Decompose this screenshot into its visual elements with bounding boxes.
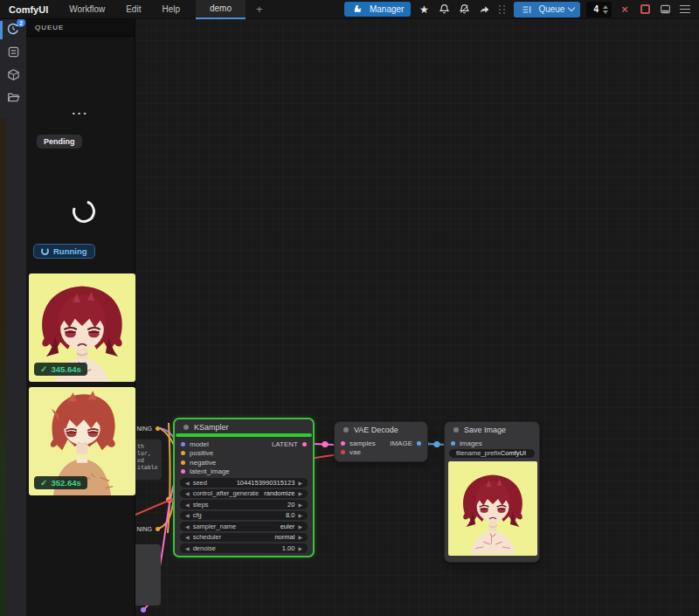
comfyui-app: ComfyUI Workflow Edit Help demo + Manage… <box>0 0 699 616</box>
increment-icon[interactable]: ▶ <box>298 512 302 518</box>
node-save-image[interactable]: Save Image images filename_prefix ComfyU… <box>444 421 540 563</box>
stop-icon[interactable] <box>638 3 652 17</box>
input-slot-latent-image[interactable]: latent_image <box>175 467 313 477</box>
menu-edit[interactable]: Edit <box>115 4 151 14</box>
sidebar-item-node-library[interactable] <box>0 42 26 65</box>
node-header[interactable]: KSampler <box>175 419 313 433</box>
increment-icon[interactable]: ▶ <box>298 502 302 508</box>
queue-panel: QUEUE ··· Pending Running <box>26 19 135 616</box>
input-slot-vae[interactable]: vae <box>335 448 427 458</box>
widget-seed[interactable]: ◀ seed 1044153990315123 ▶ <box>180 478 308 488</box>
images-slot-dot[interactable] <box>451 441 455 446</box>
increment-icon[interactable]: ▶ <box>298 480 302 486</box>
output-slot-latent[interactable]: LATENT <box>272 440 307 449</box>
decrement-icon[interactable]: ◀ <box>185 523 190 529</box>
input-slot-images[interactable]: images <box>445 439 539 448</box>
sidebar-item-queue[interactable]: 2 <box>0 19 26 42</box>
duration-value: 352.64s <box>51 478 80 488</box>
clipped-node-body <box>135 544 161 606</box>
decrement-icon[interactable]: ◀ <box>185 490 190 496</box>
menu-hamburger-icon[interactable] <box>678 3 692 17</box>
node-vae-decode[interactable]: VAE Decode samples IMAGE vae <box>334 421 428 462</box>
running-section-label[interactable]: Running <box>33 244 95 259</box>
tab-demo[interactable]: demo <box>196 0 246 19</box>
latent-slot-dot[interactable] <box>302 442 307 446</box>
collapse-dot-icon[interactable] <box>343 427 349 433</box>
queue-label: Queue <box>538 4 564 14</box>
queue-result-item[interactable]: ✓ 352.64s <box>29 387 135 495</box>
node-header[interactable]: VAE Decode <box>335 422 427 435</box>
collapse-dot-icon[interactable] <box>183 425 189 430</box>
samples-slot-dot[interactable] <box>341 441 345 446</box>
positive-slot-dot[interactable] <box>181 451 185 455</box>
widget-denoise[interactable]: ◀ denoise 1.00 ▶ <box>180 543 308 553</box>
bell-icon[interactable] <box>437 3 451 17</box>
widget-steps[interactable]: ◀ steps 20 ▶ <box>180 500 308 509</box>
batch-count-value: 4 <box>593 4 599 14</box>
panel-toggle-icon[interactable] <box>658 3 672 17</box>
pending-section-label[interactable]: Pending <box>37 135 82 149</box>
duration-badge: ✓ 345.64s <box>34 363 87 376</box>
queue-button[interactable]: Queue <box>514 2 580 17</box>
input-slot-negative[interactable]: negative <box>175 458 313 467</box>
clear-queue-icon[interactable]: × <box>618 3 632 17</box>
model-slot-dot[interactable] <box>181 442 185 446</box>
more-options-button[interactable]: ··· <box>26 107 135 120</box>
vae-slot-dot[interactable] <box>341 450 345 454</box>
clipped-node-output-conditioning: NING <box>135 523 162 535</box>
star-icon[interactable]: ★ <box>417 3 431 17</box>
node-title: VAE Decode <box>354 426 398 434</box>
puzzle-icon <box>351 3 365 17</box>
decrement-icon[interactable]: ◀ <box>185 502 190 508</box>
bell-alt-icon[interactable] <box>457 3 471 17</box>
workflow-tabstrip: demo + <box>196 0 273 19</box>
widget-cfg[interactable]: ◀ cfg 8.0 ▶ <box>180 511 308 521</box>
input-slot-samples[interactable]: samples IMAGE <box>335 439 427 448</box>
node-title: Save Image <box>464 426 506 434</box>
input-slot-model[interactable]: model LATENT <box>175 440 313 449</box>
increment-icon[interactable]: ▶ <box>298 545 302 551</box>
running-label: Running <box>53 246 87 256</box>
duration-badge: ✓ 352.64s <box>34 476 87 489</box>
duration-value: 345.64s <box>51 364 80 374</box>
output-slot-image[interactable]: IMAGE <box>390 439 421 448</box>
app-logo[interactable]: ComfyUI <box>0 4 59 15</box>
preview-character <box>448 461 537 556</box>
input-slot-positive[interactable]: positive <box>175 449 313 459</box>
increment-icon[interactable]: ▶ <box>298 523 302 529</box>
decrement-icon[interactable]: ◀ <box>185 545 190 551</box>
image-slot-dot[interactable] <box>417 441 421 446</box>
saved-image-preview[interactable] <box>448 461 537 556</box>
clipped-node-output-conditioning: NING <box>135 422 162 434</box>
new-workflow-button[interactable]: + <box>246 0 273 19</box>
decrement-icon[interactable]: ◀ <box>185 512 190 518</box>
menu-workflow[interactable]: Workflow <box>59 4 115 14</box>
manager-button[interactable]: Manager <box>344 2 411 17</box>
batch-count-stepper[interactable]: 4 <box>586 2 612 17</box>
sidebar-item-model-library[interactable] <box>0 65 26 87</box>
decrement-icon[interactable]: ◀ <box>185 534 190 540</box>
node-ksampler[interactable]: KSampler model LATENT positive <box>173 418 315 557</box>
stepper-arrows-icon[interactable] <box>603 5 608 14</box>
queue-result-item[interactable]: ✓ 345.64s <box>29 273 135 382</box>
node-graph-canvas[interactable]: NING th lor, ed itable NING KSampler mod… <box>135 19 699 616</box>
share-arrow-icon[interactable] <box>477 3 491 17</box>
sidebar-item-workflows[interactable] <box>0 87 26 110</box>
menubar: ComfyUI Workflow Edit Help demo + Manage… <box>0 0 699 19</box>
decrement-icon[interactable]: ◀ <box>185 480 190 486</box>
node-title: KSampler <box>194 423 229 432</box>
widget-filename-prefix[interactable]: filename_prefix ComfyUI <box>449 449 535 459</box>
increment-icon[interactable]: ▶ <box>298 490 302 496</box>
widget-sampler-name[interactable]: ◀ sampler_name euler ▶ <box>180 522 308 531</box>
latent-image-slot-dot[interactable] <box>181 469 185 474</box>
menu-help[interactable]: Help <box>151 4 190 14</box>
widget-control-after-generate[interactable]: ◀ control_after_generate randomize ▶ <box>180 489 308 499</box>
drag-handle-icon[interactable] <box>499 5 506 14</box>
increment-icon[interactable]: ▶ <box>298 534 302 540</box>
negative-slot-dot[interactable] <box>181 460 185 465</box>
check-icon: ✓ <box>40 364 47 374</box>
folder-open-icon <box>7 91 20 107</box>
collapse-dot-icon[interactable] <box>453 427 459 433</box>
widget-scheduler[interactable]: ◀ scheduler normal ▶ <box>180 533 308 543</box>
node-header[interactable]: Save Image <box>445 422 539 435</box>
